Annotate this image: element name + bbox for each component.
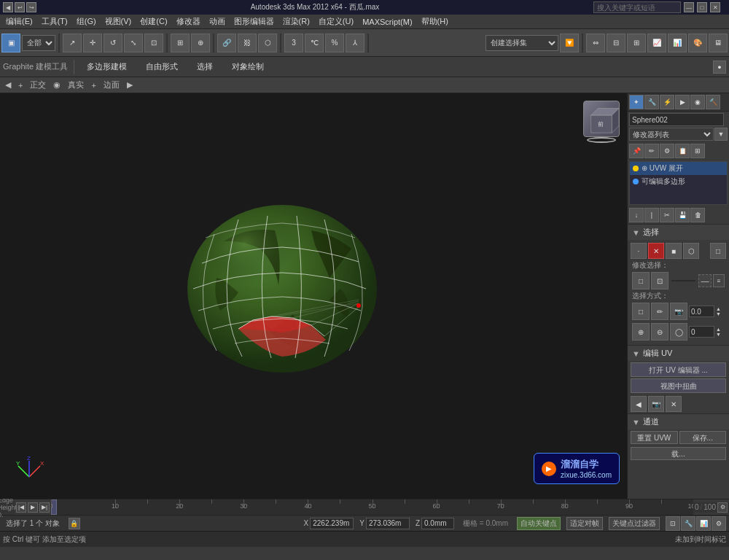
modifier-list-dropdown[interactable]: 修改器列表 (629, 128, 714, 141)
tab-utilities[interactable]: 🔨 (706, 95, 720, 109)
sel-contract[interactable]: ⊖ (651, 323, 668, 341)
status-icon2[interactable]: 🔧 (681, 516, 695, 531)
tab-motion[interactable]: ▶ (675, 95, 690, 109)
sel-mode-paint[interactable]: ✏ (651, 303, 668, 320)
status-icon1[interactable]: ⊡ (666, 516, 680, 531)
mod-channel[interactable]: 📋 (675, 144, 690, 158)
stack-delete[interactable]: 💾 (675, 208, 690, 222)
menu-tools[interactable]: 工具(T) (37, 16, 72, 27)
menu-view[interactable]: 视图(V) (101, 16, 136, 27)
frame-options[interactable]: ⚙ (717, 502, 728, 513)
key-filter-btn[interactable]: 关键点过滤器 (609, 517, 660, 530)
nav-cube-face[interactable]: 前 (583, 101, 620, 137)
tb-mirror[interactable]: ⇔ (586, 34, 605, 52)
mod-expand[interactable]: ⊞ (690, 144, 705, 158)
tb-rotate[interactable]: ↺ (104, 34, 122, 52)
z-coord-input[interactable] (421, 518, 454, 529)
menu-help[interactable]: 帮助(H) (417, 16, 453, 27)
selection-set[interactable]: 创建选择集 (486, 35, 558, 51)
tb-select-obj[interactable]: ▣ (1, 34, 20, 52)
uv-close-btn[interactable]: ✕ (666, 396, 682, 412)
stack-show[interactable]: | (644, 208, 659, 222)
lock-btn[interactable]: 🔒 (69, 518, 80, 529)
selection-filter[interactable]: 全部 (22, 35, 55, 51)
tb-bind[interactable]: ⬡ (258, 34, 277, 52)
menu-modifier[interactable]: 修改器 (172, 16, 205, 27)
sel-num2[interactable] (689, 326, 714, 338)
maximize-btn[interactable]: □ (697, 2, 707, 12)
vp-realistic[interactable]: 真实 (66, 79, 86, 90)
tb-scale2[interactable]: ⊡ (144, 34, 163, 52)
tb-manage-sets[interactable]: 🔽 (560, 34, 579, 52)
tb-render3[interactable]: % (325, 34, 344, 52)
tb-ref-coord[interactable]: ⊞ (171, 34, 190, 52)
sel-expand[interactable]: ⊕ (632, 323, 650, 341)
open-uv-editor-btn[interactable]: 打开 UV 编辑器 ... (631, 362, 726, 377)
auto-key-btn[interactable]: 自动关键点 (517, 517, 561, 530)
graphite-options[interactable]: ● (713, 61, 726, 74)
stack-pin2[interactable]: ↓ (629, 208, 644, 222)
status-icon4[interactable]: ⚙ (712, 516, 726, 531)
sel-object[interactable]: □ (710, 243, 726, 259)
next-frame-btn[interactable]: ▶| (39, 502, 50, 513)
tb-move[interactable]: ✛ (83, 34, 102, 52)
menu-edit[interactable]: 编辑(E) (1, 16, 37, 27)
search-input[interactable] (593, 1, 681, 13)
modifier-uvw-unwrap[interactable]: ⊕ UVW 展开 (630, 162, 727, 175)
edit-uv-section-header[interactable]: ▼ 编辑 UV (628, 345, 729, 361)
tab-hierarchy[interactable]: ⚡ (660, 95, 674, 109)
mod-edit[interactable]: ✏ (644, 144, 659, 158)
load-btn[interactable]: 载... (631, 447, 726, 460)
filter-menu[interactable]: ≡ (713, 274, 725, 287)
graphite-obj-paint[interactable]: 对象绘制 (225, 59, 270, 74)
stack-config[interactable]: 🗑 (690, 208, 705, 222)
sel-vertex[interactable]: · (631, 243, 647, 259)
status-icon3[interactable]: 📊 (696, 516, 711, 531)
num-arrows1[interactable]: ▲ ▼ (716, 306, 721, 316)
tb-render[interactable]: 3 (284, 34, 303, 52)
reset-uvw-btn[interactable]: 重置 UVW (631, 431, 678, 444)
close-btn[interactable]: ✕ (710, 2, 720, 12)
tb-render2[interactable]: ℃ (305, 34, 324, 52)
sel-edge[interactable]: ✕ (648, 243, 664, 259)
prev-frame-btn[interactable]: |◀ (16, 502, 26, 513)
filter-btn2[interactable]: ⊡ (651, 272, 668, 289)
viewport[interactable]: 前 X Y Z (0, 93, 627, 499)
num-arrows2[interactable]: ▲ ▼ (716, 327, 721, 337)
tab-create[interactable]: ✦ (629, 95, 644, 109)
tb-center[interactable]: ⊕ (191, 34, 210, 52)
filter-dash-btn[interactable]: — (698, 274, 712, 287)
redo-btn[interactable]: ↪ (26, 2, 36, 12)
tb-scale[interactable]: ⤡ (124, 34, 143, 52)
vp-arrow-left[interactable]: ◀ (3, 80, 13, 90)
tb-align[interactable]: ⊟ (607, 34, 625, 52)
tab-display[interactable]: ◉ (690, 95, 705, 109)
tb-link[interactable]: 🔗 (217, 34, 236, 52)
tb-render-final[interactable]: 🖥 (709, 34, 728, 52)
save-btn[interactable]: 保存... (679, 431, 727, 444)
tb-schematic[interactable]: 📊 (668, 34, 687, 52)
mod-configure[interactable]: ⚙ (660, 144, 674, 158)
y-coord-input[interactable] (366, 518, 410, 529)
set-key-btn[interactable]: 适定对帧 (566, 517, 603, 530)
play-btn[interactable]: ▶ (28, 502, 38, 513)
view-deform-btn[interactable]: 视图中扭曲 (631, 378, 726, 393)
modifier-editable-poly[interactable]: 可编辑多边形 (630, 175, 727, 188)
menu-graph-editor[interactable]: 图形编辑器 (230, 16, 278, 27)
nav-cube[interactable]: 前 (583, 101, 620, 137)
graphite-freeform[interactable]: 自由形式 (139, 59, 184, 74)
vp-edge-faces[interactable]: 边面 (101, 79, 122, 90)
select-section-header[interactable]: ▼ 选择 (628, 224, 729, 240)
menu-customize[interactable]: 自定义(U) (314, 16, 358, 27)
x-coord-input[interactable] (310, 518, 354, 529)
menu-render[interactable]: 渲染(R) (278, 16, 314, 27)
sel-element[interactable]: ⬡ (683, 243, 699, 259)
tb-curve-editor[interactable]: 📈 (647, 34, 666, 52)
tb-material[interactable]: 🎨 (688, 34, 707, 52)
uv-snapshot-btn[interactable]: 📷 (648, 396, 664, 412)
channel-section-header[interactable]: ▼ 通道 (628, 413, 729, 429)
vp-orthographic[interactable]: 正交 (28, 79, 48, 90)
frame-ruler[interactable]: 0102030405060708090100 (51, 499, 693, 515)
mod-pin[interactable]: 📌 (629, 144, 644, 158)
sel-num1[interactable] (689, 306, 714, 317)
